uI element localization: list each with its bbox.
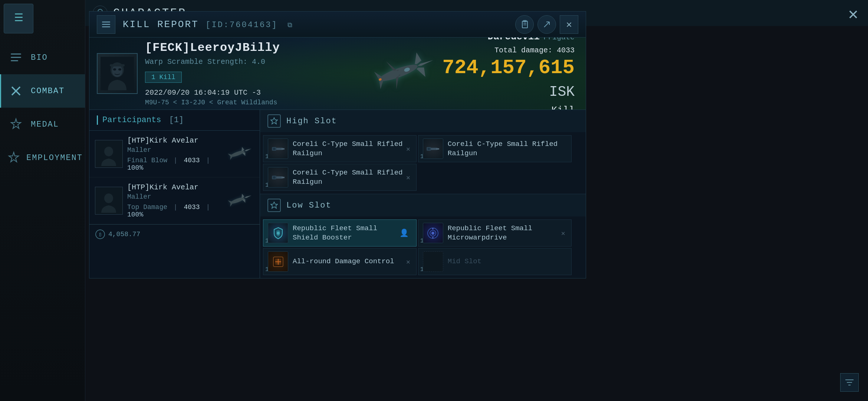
participant-item-2[interactable]: [HTP]Kirk Avelar Maller Top Damage | 403… xyxy=(89,177,260,224)
mwd-close[interactable]: ✕ xyxy=(560,228,567,239)
combat-icon xyxy=(7,82,25,100)
window-menu-button[interactable] xyxy=(97,15,115,34)
high-slot-item-name-2: Coreli C-Type Small Rifled Railgun xyxy=(293,168,405,186)
item-close-1[interactable]: ✕ xyxy=(405,143,412,154)
high-slot-item-3[interactable]: 1 Coreli C-Type Small Rifled Railgun xyxy=(418,135,572,162)
share-button[interactable] xyxy=(537,15,556,34)
window-close-icon: ✕ xyxy=(566,19,572,30)
svg-marker-6 xyxy=(9,152,19,162)
railgun-icon-3 xyxy=(423,138,443,159)
low-slot-header: Low Slot xyxy=(260,194,586,216)
kill-location: M9U-75 < I3-2J0 < Great Wildlands xyxy=(145,99,586,106)
svg-point-52 xyxy=(273,148,275,150)
participants-count: [1] xyxy=(169,115,184,125)
svg-rect-1 xyxy=(11,57,21,58)
svg-marker-42 xyxy=(244,195,251,199)
svg-point-20 xyxy=(118,68,121,71)
shield-booster-name: Republic Fleet Small Shield Booster xyxy=(293,224,400,242)
mwd-name: Republic Fleet Small Microwarpdrive xyxy=(448,224,560,242)
participant-stats-1: Final Blow | 4033 | 100% xyxy=(127,157,216,172)
sidebar-item-label-medal: Medal xyxy=(31,120,59,129)
participant-pct-1: 100% xyxy=(127,164,143,172)
slot4-name: Mid Slot xyxy=(448,257,567,266)
svg-point-60 xyxy=(273,176,275,179)
low-slot-icon xyxy=(267,199,281,212)
sidebar-item-employment[interactable]: Employment xyxy=(0,141,85,175)
participant-damage-1: 4033 xyxy=(184,157,200,164)
clipboard-button[interactable] xyxy=(515,15,534,34)
victim-badges: 1 Kill xyxy=(145,72,586,83)
high-slot-header: High Slot xyxy=(260,110,586,132)
footer-isk-value: 4,058.77 xyxy=(108,231,140,238)
sidebar-item-bio[interactable]: Bio xyxy=(0,41,85,74)
participant-ship-img-1 xyxy=(221,143,254,165)
high-slot-icon xyxy=(267,114,281,128)
sidebar-item-label-employment: Employment xyxy=(26,153,83,163)
sidebar-item-medal[interactable]: Medal xyxy=(0,108,85,141)
high-slot-item-1[interactable]: 1 Coreli C-Type Small Rifled Railgun ✕ xyxy=(263,135,417,162)
participant-ship-img-2 xyxy=(221,190,254,212)
participants-title: Participants [1] xyxy=(97,115,184,125)
item-close-2[interactable]: ✕ xyxy=(405,172,412,183)
filter-button[interactable] xyxy=(840,373,859,392)
kill-report-window: KILL REPORT [ID:7604163] ⧉ ✕ xyxy=(89,11,586,278)
svg-point-32 xyxy=(104,147,113,156)
victim-name: [FECK]LeeroyJBilly xyxy=(145,41,586,55)
svg-rect-8 xyxy=(102,22,110,23)
window-titlebar: KILL REPORT [ID:7604163] ⧉ ✕ xyxy=(89,12,586,38)
copy-id-icon: ⧉ xyxy=(287,22,293,29)
kill-datetime: 2022/09/20 16:04:19 UTC -3 xyxy=(145,88,586,97)
svg-rect-50 xyxy=(282,148,285,150)
final-blow-label: Final Blow xyxy=(127,157,167,164)
participant-item-1[interactable]: [HTP]Kirk Avelar Maller Final Blow | 403… xyxy=(89,131,260,177)
participants-label: Participants xyxy=(102,115,161,125)
high-slot-item-name-3: Coreli C-Type Small Rifled Railgun xyxy=(448,140,567,158)
low-slot-title: Low Slot xyxy=(286,201,332,210)
low-slot-section: Low Slot 1 Republic Fleet Sma xyxy=(260,194,586,278)
damage-ctrl-close[interactable]: ✕ xyxy=(405,256,412,267)
svg-text:₿: ₿ xyxy=(99,232,102,238)
window-close-button[interactable]: ✕ xyxy=(560,15,578,34)
app-close-button[interactable]: ✕ xyxy=(842,4,864,26)
victim-avatar xyxy=(97,53,138,94)
kill-hero-section: [FECK]LeeroyJBilly Warp Scramble Strengt… xyxy=(89,38,586,110)
participant-avatar-1 xyxy=(95,140,123,168)
svg-point-17 xyxy=(112,65,122,77)
sidebar-navigation: Bio Combat Medal xyxy=(0,37,85,178)
participant-ship-2: Maller xyxy=(127,193,216,200)
low-slot-item-4[interactable]: 1 Mid Slot xyxy=(418,248,572,275)
participant-name-2: [HTP]Kirk Avelar xyxy=(127,183,216,192)
low-slot-item-mwd[interactable]: 1 Republic Fleet Small Microwa xyxy=(418,219,572,247)
svg-rect-9 xyxy=(102,24,110,25)
participant-avatar-2 xyxy=(95,187,123,215)
svg-marker-34 xyxy=(244,148,251,152)
damage-ctrl-icon xyxy=(268,251,288,272)
high-slot-section: High Slot 1 xyxy=(260,110,586,194)
svg-rect-2 xyxy=(11,60,18,61)
high-slot-items: 1 Coreli C-Type Small Rifled Railgun ✕ xyxy=(260,132,586,194)
high-slot-title: High Slot xyxy=(286,117,337,126)
kill-report-title-text: KILL REPORT xyxy=(123,19,199,30)
svg-point-61 xyxy=(277,232,280,235)
svg-point-56 xyxy=(428,148,430,150)
svg-marker-45 xyxy=(240,193,244,198)
participants-footer: ₿ 4,058.77 xyxy=(89,224,260,244)
kill-count-badge: 1 Kill xyxy=(145,72,182,83)
sidebar-menu-button[interactable]: ☰ xyxy=(4,4,33,33)
isk-icon: ₿ xyxy=(95,229,105,239)
low-slot-items: 1 Republic Fleet Small Shield Booster 👤 xyxy=(260,216,586,278)
medal-icon xyxy=(7,115,25,134)
railgun-icon-1 xyxy=(268,138,288,159)
low-slot-item-shield-booster[interactable]: 1 Republic Fleet Small Shield Booster 👤 xyxy=(263,219,417,247)
participants-header: Participants [1] xyxy=(89,110,260,131)
high-slot-item-2[interactable]: 1 Coreli C-Type Small Rifled Railgun ✕ xyxy=(263,164,417,191)
shield-booster-icon xyxy=(268,223,288,243)
mwd-icon xyxy=(423,223,443,243)
low-slot-item-damage-ctrl[interactable]: 1 All-round Damage Control ✕ xyxy=(263,248,417,275)
window-title: KILL REPORT [ID:7604163] ⧉ xyxy=(123,19,515,30)
fitting-panel: High Slot 1 xyxy=(260,110,586,278)
participant-pct-2: 100% xyxy=(127,211,143,218)
sidebar-item-combat[interactable]: Combat xyxy=(0,74,85,108)
high-slot-item-name-1: Coreli C-Type Small Rifled Railgun xyxy=(293,140,405,158)
sidebar-item-label-combat: Combat xyxy=(31,87,65,96)
